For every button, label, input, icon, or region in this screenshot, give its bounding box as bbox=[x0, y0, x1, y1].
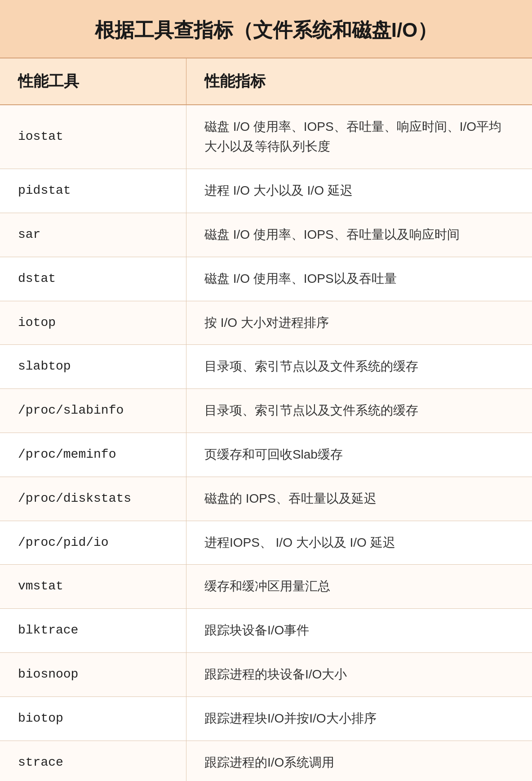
table-row: pidstat进程 I/O 大小以及 I/O 延迟 bbox=[0, 169, 532, 213]
col-tool-header: 性能工具 bbox=[0, 58, 186, 105]
col-metric-header: 性能指标 bbox=[186, 58, 532, 105]
table-row: biosnoop跟踪进程的块设备I/O大小 bbox=[0, 652, 532, 696]
tool-cell: iostat bbox=[0, 105, 186, 169]
title-section: 根据工具查指标（文件系统和磁盘I/O） bbox=[0, 0, 532, 58]
table-row: blktrace跟踪块设备I/O事件 bbox=[0, 609, 532, 653]
tool-cell: iotop bbox=[0, 301, 186, 345]
tool-cell: /proc/pid/io bbox=[0, 521, 186, 565]
table-row: dstat磁盘 I/O 使用率、IOPS以及吞吐量 bbox=[0, 257, 532, 301]
table-row: /proc/diskstats磁盘的 IOPS、吞吐量以及延迟 bbox=[0, 477, 532, 521]
table-row: /proc/pid/io进程IOPS、 I/O 大小以及 I/O 延迟 bbox=[0, 521, 532, 565]
tool-cell: strace bbox=[0, 741, 186, 781]
metric-cell: 缓存和缓冲区用量汇总 bbox=[186, 565, 532, 609]
metric-cell: 目录项、索引节点以及文件系统的缓存 bbox=[186, 389, 532, 433]
table-row: slabtop目录项、索引节点以及文件系统的缓存 bbox=[0, 345, 532, 389]
metric-cell: 跟踪进程的块设备I/O大小 bbox=[186, 652, 532, 696]
tool-cell: /proc/slabinfo bbox=[0, 389, 186, 433]
metric-cell: 按 I/O 大小对进程排序 bbox=[186, 301, 532, 345]
metric-cell: 页缓存和可回收Slab缓存 bbox=[186, 433, 532, 477]
metrics-table: 性能工具 性能指标 iostat磁盘 I/O 使用率、IOPS、吞吐量、响应时间… bbox=[0, 58, 532, 781]
metric-cell: 跟踪进程块I/O并按I/O大小排序 bbox=[186, 696, 532, 741]
table-row: strace跟踪进程的I/O系统调用 bbox=[0, 741, 532, 781]
metric-cell: 进程 I/O 大小以及 I/O 延迟 bbox=[186, 169, 532, 213]
tool-cell: vmstat bbox=[0, 565, 186, 609]
metric-cell: 目录项、索引节点以及文件系统的缓存 bbox=[186, 345, 532, 389]
table-row: iostat磁盘 I/O 使用率、IOPS、吞吐量、响应时间、I/O平均大小以及… bbox=[0, 105, 532, 169]
table-header-row: 性能工具 性能指标 bbox=[0, 58, 532, 105]
tool-cell: slabtop bbox=[0, 345, 186, 389]
metric-cell: 磁盘 I/O 使用率、IOPS、吞吐量、响应时间、I/O平均大小以及等待队列长度 bbox=[186, 105, 532, 169]
page-container: 根据工具查指标（文件系统和磁盘I/O） 性能工具 性能指标 iostat磁盘 I… bbox=[0, 0, 532, 781]
tool-cell: /proc/meminfo bbox=[0, 433, 186, 477]
metric-cell: 进程IOPS、 I/O 大小以及 I/O 延迟 bbox=[186, 521, 532, 565]
table-row: /proc/slabinfo目录项、索引节点以及文件系统的缓存 bbox=[0, 389, 532, 433]
tool-cell: biosnoop bbox=[0, 652, 186, 696]
metric-cell: 磁盘 I/O 使用率、IOPS以及吞吐量 bbox=[186, 257, 532, 301]
tool-cell: /proc/diskstats bbox=[0, 477, 186, 521]
table-row: iotop按 I/O 大小对进程排序 bbox=[0, 301, 532, 345]
page-title: 根据工具查指标（文件系统和磁盘I/O） bbox=[18, 16, 514, 44]
tool-cell: blktrace bbox=[0, 609, 186, 653]
table-body: iostat磁盘 I/O 使用率、IOPS、吞吐量、响应时间、I/O平均大小以及… bbox=[0, 105, 532, 781]
metric-cell: 磁盘 I/O 使用率、IOPS、吞吐量以及响应时间 bbox=[186, 213, 532, 257]
tool-cell: dstat bbox=[0, 257, 186, 301]
table-row: /proc/meminfo页缓存和可回收Slab缓存 bbox=[0, 433, 532, 477]
table-row: vmstat缓存和缓冲区用量汇总 bbox=[0, 565, 532, 609]
table-row: sar磁盘 I/O 使用率、IOPS、吞吐量以及响应时间 bbox=[0, 213, 532, 257]
metric-cell: 磁盘的 IOPS、吞吐量以及延迟 bbox=[186, 477, 532, 521]
metric-cell: 跟踪进程的I/O系统调用 bbox=[186, 741, 532, 781]
table-row: biotop跟踪进程块I/O并按I/O大小排序 bbox=[0, 696, 532, 741]
tool-cell: sar bbox=[0, 213, 186, 257]
tool-cell: pidstat bbox=[0, 169, 186, 213]
tool-cell: biotop bbox=[0, 696, 186, 741]
metric-cell: 跟踪块设备I/O事件 bbox=[186, 609, 532, 653]
